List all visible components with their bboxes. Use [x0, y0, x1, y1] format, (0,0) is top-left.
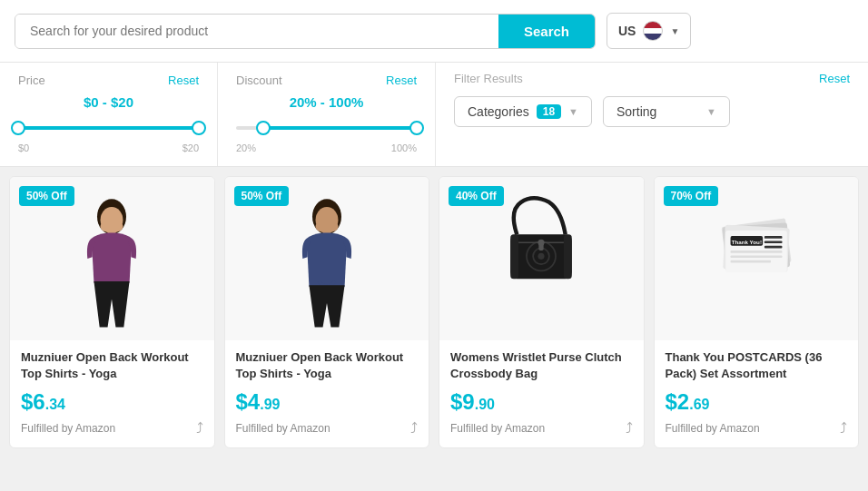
product-name: Womens Wristlet Purse Clutch Crossbody B…	[450, 349, 633, 382]
fulfilled-row: Fulfilled by Amazon ⤴	[666, 420, 848, 437]
svg-rect-25	[764, 246, 783, 249]
price-range-labels: $0 $20	[18, 142, 199, 153]
svg-rect-23	[764, 236, 783, 239]
product-info: Muzniuer Open Back Workout Top Shirts - …	[10, 340, 214, 447]
categories-dropdown[interactable]: Categories 18 ▼	[454, 96, 592, 127]
price-cents: .34	[45, 397, 65, 412]
price-label: Price	[18, 74, 45, 87]
share-icon[interactable]: ⤴	[196, 420, 203, 437]
fulfilled-row: Fulfilled by Amazon ⤴	[21, 420, 203, 437]
country-code: US	[618, 24, 636, 38]
discount-range-labels: 20% 100%	[236, 142, 417, 153]
sorting-label: Sorting	[616, 104, 656, 119]
fulfilled-row: Fulfilled by Amazon ⤴	[450, 420, 633, 437]
flag-icon	[643, 21, 663, 41]
svg-text:Thank You!: Thank You!	[731, 239, 761, 245]
product-image: Thank You!	[702, 186, 811, 331]
product-price: $2.69	[666, 389, 848, 415]
search-bar: Search	[15, 14, 596, 49]
chevron-down-icon: ▼	[670, 26, 679, 36]
header: Search US ▼	[0, 0, 868, 63]
price-filter: Price Reset $0 - $20 $0 $20	[0, 63, 218, 166]
product-price: $6.34	[21, 389, 203, 415]
filter-results-section: Filter Results Reset Categories 18 ▼ Sor…	[436, 63, 868, 166]
discount-range-slider[interactable]	[236, 119, 417, 137]
price-cents: .69	[689, 397, 709, 412]
discount-min-label: 20%	[236, 142, 256, 153]
discount-max-label: 100%	[391, 142, 417, 153]
svg-point-2	[101, 207, 123, 232]
product-image	[487, 186, 596, 331]
fulfilled-row: Fulfilled by Amazon ⤴	[236, 420, 419, 437]
discount-badge: 70% Off	[664, 186, 719, 206]
search-button[interactable]: Search	[498, 15, 595, 48]
product-card: 50% Off	[9, 176, 215, 448]
price-dollar: $6	[21, 389, 45, 414]
discount-filter: Discount Reset 20% - 100% 20% 100%	[218, 63, 436, 166]
svg-rect-27	[730, 255, 782, 258]
discount-reset-button[interactable]: Reset	[386, 74, 417, 87]
product-image	[272, 186, 381, 331]
price-range-value: $0 - $20	[18, 94, 199, 110]
price-range-track	[18, 126, 199, 130]
product-info: Womens Wristlet Purse Clutch Crossbody B…	[439, 340, 644, 447]
svg-rect-16	[564, 234, 572, 279]
discount-label: Discount	[236, 74, 282, 87]
price-reset-button[interactable]: Reset	[168, 74, 199, 87]
discount-range-thumb-left[interactable]	[256, 121, 271, 135]
fulfilled-text: Fulfilled by Amazon	[666, 422, 760, 435]
price-dollar: $2	[666, 389, 690, 414]
product-name: Muzniuer Open Back Workout Top Shirts - …	[236, 349, 419, 382]
product-image-area: 50% Off	[225, 177, 429, 340]
share-icon[interactable]: ⤴	[840, 420, 847, 437]
discount-filter-header: Discount Reset	[236, 74, 417, 87]
discount-range-value: 20% - 100%	[236, 94, 417, 110]
price-min-label: $0	[18, 142, 29, 153]
discount-badge: 50% Off	[234, 186, 290, 206]
price-range-slider[interactable]	[18, 119, 199, 137]
svg-point-6	[315, 207, 338, 232]
search-input[interactable]	[15, 15, 498, 48]
discount-badge: 50% Off	[19, 186, 74, 206]
product-image-area: 50% Off	[10, 177, 214, 340]
product-price: $4.99	[236, 389, 419, 415]
price-range-thumb-right[interactable]	[192, 121, 206, 135]
fulfilled-text: Fulfilled by Amazon	[236, 422, 330, 435]
svg-rect-24	[764, 241, 783, 243]
price-max-label: $20	[182, 142, 199, 153]
filters-panel: Price Reset $0 - $20 $0 $20 Discount Res…	[0, 63, 868, 167]
categories-label: Categories	[468, 104, 529, 119]
product-card: 50% Off	[224, 176, 430, 448]
discount-range-thumb-right[interactable]	[409, 121, 424, 135]
product-image-area: 70% Off Thank You!	[655, 177, 859, 340]
share-icon[interactable]: ⤴	[410, 420, 418, 437]
fulfilled-text: Fulfilled by Amazon	[21, 422, 115, 435]
svg-rect-14	[539, 242, 544, 250]
filter-results-header: Filter Results Reset	[454, 72, 850, 85]
product-name: Thank You POSTCARDS (36 Pack) Set Assort…	[666, 349, 848, 382]
price-cents: .99	[260, 397, 280, 412]
country-selector[interactable]: US ▼	[607, 13, 691, 49]
price-range-fill	[18, 126, 199, 130]
categories-chevron-icon: ▼	[568, 106, 578, 117]
product-card: 40% Off	[439, 176, 645, 448]
sorting-chevron-icon: ▼	[706, 106, 716, 117]
product-info: Muzniuer Open Back Workout Top Shirts - …	[225, 340, 429, 447]
price-dollar: $4	[236, 389, 261, 414]
filter-results-label: Filter Results	[454, 72, 523, 85]
svg-point-11	[538, 253, 545, 260]
categories-badge: 18	[537, 104, 561, 119]
product-price: $9.90	[450, 389, 633, 415]
filter-results-reset-button[interactable]: Reset	[819, 72, 850, 85]
price-dollar: $9	[450, 389, 475, 414]
svg-rect-28	[730, 260, 770, 263]
product-card: 70% Off Thank You!	[654, 176, 860, 448]
svg-rect-26	[730, 250, 782, 253]
price-filter-header: Price Reset	[18, 74, 199, 87]
sorting-dropdown[interactable]: Sorting ▼	[603, 96, 730, 127]
price-cents: .90	[475, 397, 495, 412]
price-range-thumb-left[interactable]	[11, 121, 25, 135]
product-image-area: 40% Off	[439, 177, 644, 340]
share-icon[interactable]: ⤴	[626, 420, 633, 437]
product-info: Thank You POSTCARDS (36 Pack) Set Assort…	[655, 340, 859, 447]
